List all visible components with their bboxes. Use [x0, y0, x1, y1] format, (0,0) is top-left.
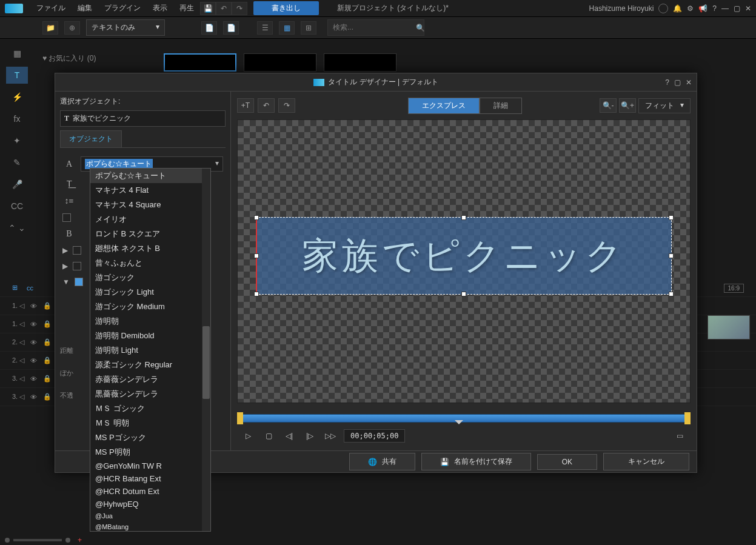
- bell-icon[interactable]: 🔔: [673, 4, 682, 13]
- font-option[interactable]: @GenYoMin TW R: [90, 460, 210, 472]
- font-option[interactable]: MS Pゴシック: [90, 430, 210, 445]
- export-button[interactable]: 書き出し: [253, 1, 319, 15]
- font-option[interactable]: @Jua: [90, 510, 210, 521]
- resize-handle[interactable]: [669, 215, 674, 220]
- preview-canvas[interactable]: 家族でピクニック: [237, 119, 691, 403]
- expand-icon[interactable]: ▼: [62, 278, 70, 286]
- rail-collapse-icon[interactable]: ⌃ ⌄: [6, 219, 28, 236]
- scrollbar-thumb[interactable]: [202, 326, 210, 399]
- checkbox[interactable]: [62, 213, 71, 222]
- modal-close-icon[interactable]: ✕: [686, 78, 692, 87]
- redo-icon[interactable]: ↷: [232, 2, 247, 15]
- font-option[interactable]: ポプらむ☆キュート: [90, 169, 210, 183]
- resize-handle[interactable]: [254, 253, 259, 258]
- font-option[interactable]: 黒薔薇シンデレラ: [90, 387, 210, 401]
- font-option[interactable]: メイリオ: [90, 212, 210, 227]
- checkbox-checked[interactable]: [75, 278, 83, 286]
- font-option[interactable]: 游明朝 Demibold: [90, 329, 210, 343]
- menu-file[interactable]: ファイル: [30, 3, 72, 13]
- undo-icon[interactable]: ↶: [258, 98, 275, 113]
- font-option[interactable]: @HCR Dotum Ext: [90, 485, 210, 498]
- template-thumb[interactable]: [324, 53, 396, 72]
- title-text-input[interactable]: T 家族でピクニック: [60, 110, 226, 127]
- stop-icon[interactable]: ▢: [261, 429, 276, 443]
- title-preview-text[interactable]: 家族でピクニック: [302, 232, 626, 281]
- bold-icon[interactable]: B: [62, 229, 76, 239]
- font-option[interactable]: 廻想体 ネクスト B: [90, 241, 210, 256]
- rail-fx-icon[interactable]: fx: [6, 110, 28, 127]
- font-option[interactable]: ロンド B スクエア: [90, 227, 210, 241]
- timecode-display[interactable]: 00;00;05;00: [344, 429, 405, 443]
- cancel-button[interactable]: キャンセル: [603, 453, 689, 470]
- zoom-out-dot[interactable]: [5, 538, 10, 543]
- template-thumb[interactable]: [244, 53, 316, 72]
- announce-icon[interactable]: 📢: [698, 4, 707, 13]
- save-as-button[interactable]: 💾名前を付けて保存: [421, 453, 531, 470]
- user-avatar-icon[interactable]: [658, 4, 668, 13]
- template-thumb[interactable]: [164, 53, 236, 72]
- zoom-out-icon[interactable]: 🔍-: [600, 98, 617, 113]
- font-option[interactable]: ＭＳ 明朝: [90, 416, 210, 430]
- expand-icon[interactable]: ▶: [62, 262, 68, 270]
- zoom-plus-icon[interactable]: +: [78, 536, 82, 544]
- font-option[interactable]: マキナス 4 Flat: [90, 183, 210, 198]
- rail-audio-icon[interactable]: 🎤: [6, 176, 28, 193]
- checkbox[interactable]: [73, 246, 81, 255]
- font-option[interactable]: @MBatang: [90, 521, 210, 532]
- resize-handle[interactable]: [461, 292, 466, 296]
- font-option[interactable]: 游ゴシック Light: [90, 285, 210, 299]
- undo-icon[interactable]: ↶: [216, 2, 232, 15]
- timeline-out-handle[interactable]: [684, 412, 691, 424]
- minimize-icon[interactable]: —: [721, 4, 729, 13]
- fast-forward-icon[interactable]: ▷▷: [323, 429, 338, 443]
- font-option[interactable]: 昔々ふぉんと: [90, 256, 210, 270]
- font-option[interactable]: 源柔ゴシック Regular: [90, 358, 210, 372]
- next-frame-icon[interactable]: |▷: [303, 429, 317, 443]
- checkbox[interactable]: [73, 262, 81, 270]
- title-bounding-box[interactable]: 家族でピクニック: [256, 217, 672, 295]
- font-option[interactable]: 游明朝 Light: [90, 343, 210, 358]
- font-option[interactable]: 游ゴシック: [90, 270, 210, 285]
- aspect-ratio-badge[interactable]: 16:9: [724, 284, 744, 293]
- resize-handle[interactable]: [669, 292, 674, 296]
- scrollbar[interactable]: [202, 169, 210, 531]
- font-option[interactable]: @HyhwpEQ: [90, 498, 210, 510]
- zoom-slider[interactable]: [13, 539, 62, 541]
- tl-cc-icon[interactable]: cc: [27, 284, 35, 292]
- safe-zone-icon[interactable]: ▭: [672, 429, 687, 443]
- add-text-icon[interactable]: +T: [237, 98, 254, 113]
- tl-opts-icon[interactable]: ⊞: [12, 284, 21, 292]
- help-icon[interactable]: ?: [712, 4, 717, 13]
- font-option[interactable]: 游ゴシック Medium: [90, 299, 210, 314]
- filter-dropdown[interactable]: テキストのみ▾: [86, 19, 165, 36]
- menu-play[interactable]: 再生: [173, 3, 200, 13]
- play-icon[interactable]: ▷: [241, 429, 255, 443]
- rail-pen-icon[interactable]: ✎: [6, 154, 28, 171]
- resize-handle[interactable]: [461, 215, 466, 220]
- timeline-track-bar[interactable]: [239, 414, 688, 423]
- object-tab[interactable]: オブジェクト: [60, 130, 122, 147]
- expand-icon[interactable]: ▶: [62, 246, 68, 255]
- import-icon[interactable]: 📁: [42, 21, 58, 35]
- font-option[interactable]: MS P明朝: [90, 445, 210, 460]
- zoom-in-dot[interactable]: [65, 538, 70, 543]
- favorites-label[interactable]: ♥ お気に入り (0): [42, 53, 96, 64]
- prev-frame-icon[interactable]: ◁|: [282, 429, 296, 443]
- capture-icon[interactable]: ⊕: [64, 21, 80, 35]
- share-button[interactable]: 🌐共有: [349, 453, 415, 470]
- playhead-icon[interactable]: [455, 420, 463, 429]
- font-option[interactable]: 游明朝: [90, 314, 210, 329]
- rail-cc-icon[interactable]: CC: [6, 198, 28, 215]
- clip-thumbnail[interactable]: [707, 315, 750, 339]
- font-option[interactable]: ＭＳ ゴシック: [90, 401, 210, 416]
- modal-help-icon[interactable]: ?: [665, 78, 669, 87]
- new-doc2-icon[interactable]: 📄: [223, 21, 239, 35]
- detail-mode-button[interactable]: 詳細: [480, 98, 522, 114]
- font-option[interactable]: @HCR Batang Ext: [90, 472, 210, 485]
- new-doc-icon[interactable]: 📄: [201, 21, 217, 35]
- search-icon[interactable]: 🔍: [416, 24, 425, 32]
- view-list-icon[interactable]: ☰: [257, 21, 273, 35]
- resize-handle[interactable]: [669, 253, 674, 258]
- menu-edit[interactable]: 編集: [72, 3, 98, 13]
- zoom-in-icon[interactable]: 🔍+: [619, 98, 636, 113]
